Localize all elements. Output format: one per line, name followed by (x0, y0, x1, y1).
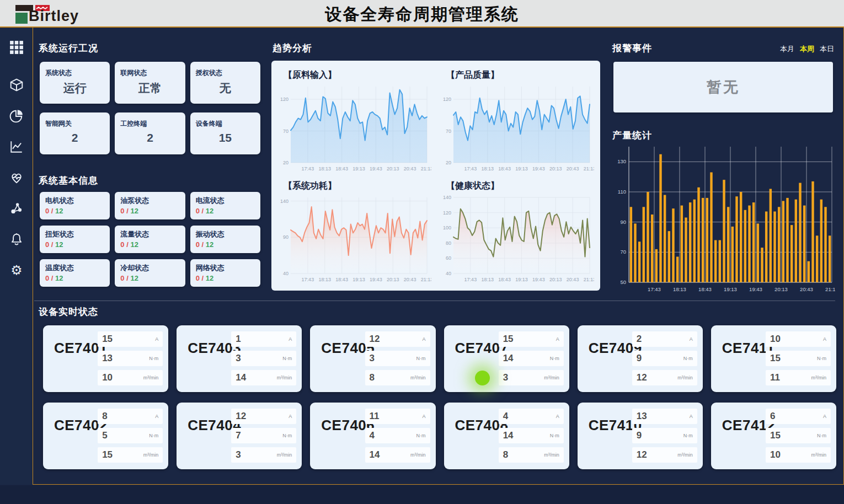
device-metrics: 6A15N·m10m³/min (766, 409, 831, 467)
total-count: 12 (130, 240, 138, 249)
metric-strip: 4N·m (365, 428, 430, 443)
svg-text:20:43: 20:43 (567, 277, 579, 282)
running-status-card: 智能网关2 (40, 112, 110, 154)
alarm-count: 0 / (120, 207, 130, 215)
metric-value: 7 (236, 430, 241, 441)
metric-unit: N·m (550, 433, 559, 438)
svg-text:17:43: 17:43 (464, 166, 477, 171)
info-card-value: 0 / 12 (196, 207, 260, 215)
metric-value: 14 (503, 430, 514, 441)
sidebar-icon-cube[interactable] (8, 77, 25, 93)
device-metrics: 1A3N·m14m³/min (231, 331, 296, 389)
metric-strip: 13N·m (98, 351, 163, 366)
svg-text:50: 50 (620, 279, 626, 285)
svg-text:20:13: 20:13 (549, 166, 562, 171)
svg-text:18:13: 18:13 (318, 166, 331, 171)
svg-text:20:13: 20:13 (549, 277, 562, 282)
svg-text:21:13: 21:13 (584, 166, 594, 171)
device-card[interactable]: CE74031A3N·m14m³/min (177, 325, 302, 392)
svg-text:130: 130 (617, 158, 626, 164)
metric-unit: A (556, 414, 559, 419)
svg-text:18:13: 18:13 (318, 277, 331, 282)
trend-chart-title: 【健康状态】 (446, 180, 596, 192)
device-card[interactable]: CE740512A3N·m8m³/min (310, 325, 435, 392)
alarm-tab-本日[interactable]: 本日 (820, 44, 834, 54)
metric-value: 12 (637, 372, 647, 383)
basic-info-card: 电机状态0 / 12 (40, 192, 110, 219)
sidebar-icon-pie-chart[interactable] (8, 108, 25, 124)
status-card-value: 2 (40, 131, 110, 144)
svg-text:20:13: 20:13 (387, 166, 399, 171)
alarm-tab-本月[interactable]: 本月 (780, 44, 794, 54)
section-title-production: 产量统计 (612, 129, 652, 142)
device-card[interactable]: CE741110A15N·m11m³/min (711, 325, 836, 392)
svg-text:⚙: ⚙ (10, 263, 22, 277)
device-metrics: 12A7N·m3m³/min (231, 409, 296, 467)
basic-info-grid: 电机状态0 / 12油泵状态0 / 12电流状态0 / 12扭矩状态0 / 12… (40, 192, 260, 287)
metric-value: 13 (102, 353, 113, 364)
metric-value: 10 (770, 449, 781, 460)
device-card[interactable]: CE741013A9N·m12m³/min (578, 403, 703, 469)
metric-strip: 14N·m (499, 428, 564, 443)
metric-value: 8 (503, 449, 508, 460)
metric-strip: 14m³/min (231, 370, 296, 385)
section-title-basic: 系统基本信息 (39, 174, 98, 187)
svg-text:120: 120 (280, 96, 289, 102)
basic-info-card: 扭矩状态0 / 12 (40, 226, 110, 253)
page-title: 设备全寿命周期管理系统 (0, 3, 844, 26)
svg-text:17:43: 17:43 (302, 277, 314, 282)
app-root: Birtley 设备全寿命周期管理系统 ⚙ 系统运行工况 系统状态运行联网状态正… (0, 0, 844, 504)
svg-text:19:13: 19:13 (352, 166, 365, 171)
section-title-devices: 设备实时状态 (39, 305, 98, 318)
info-card-label: 网络状态 (196, 263, 260, 273)
alarm-count: 0 / (45, 207, 55, 215)
running-status-card: 设备终端15 (190, 112, 260, 154)
alarm-count: 0 / (45, 274, 55, 282)
sidebar-icon-bell[interactable] (8, 232, 25, 247)
sidebar-icon-health[interactable] (8, 170, 25, 185)
device-card[interactable]: CE740115A13N·m10m³/min (43, 325, 168, 392)
trend-chart-product-quality: 【产品质量】207012017:4318:1318:4319:1319:4320… (439, 66, 596, 177)
info-card-label: 冷却状态 (120, 263, 185, 273)
sidebar-icon-apps[interactable] (8, 40, 25, 55)
device-card[interactable]: CE740412A7N·m3m³/min (177, 403, 302, 469)
device-card[interactable]: CE740715A14N·m3m³/min (444, 325, 569, 392)
svg-text:70: 70 (620, 249, 626, 255)
sidebar-icon-topology[interactable] (8, 201, 25, 216)
basic-info-card: 振动状态0 / 12 (190, 226, 260, 253)
svg-text:110: 110 (618, 189, 626, 195)
metric-strip: 10A (766, 331, 831, 347)
metric-strip: 11A (365, 409, 430, 424)
device-card[interactable]: CE74092A9N·m12m³/min (578, 325, 703, 392)
svg-text:20:13: 20:13 (774, 286, 788, 292)
device-card[interactable]: CE74084A14N·m8m³/min (444, 403, 569, 469)
metric-value: 6 (770, 411, 775, 422)
alarm-count: 0 / (196, 274, 206, 282)
sidebar-icon-trend[interactable] (8, 139, 25, 154)
svg-text:40: 40 (446, 271, 451, 276)
metric-unit: N·m (683, 356, 693, 361)
metric-value: 14 (503, 353, 514, 364)
metric-unit: m³/min (544, 375, 559, 380)
sidebar-icon-settings[interactable]: ⚙ (8, 262, 25, 278)
svg-text:17:43: 17:43 (464, 277, 477, 282)
device-card[interactable]: CE74028A5N·m15m³/min (43, 403, 168, 469)
metric-unit: N·m (550, 356, 559, 361)
metric-unit: m³/min (410, 375, 426, 380)
metric-unit: N·m (817, 433, 826, 438)
metric-value: 15 (102, 334, 113, 345)
alarm-tab-本周[interactable]: 本周 (800, 44, 814, 54)
svg-text:20:13: 20:13 (387, 277, 399, 282)
device-card[interactable]: CE74126A15N·m10m³/min (711, 403, 836, 469)
alarm-empty-text: 暂无 (707, 77, 740, 97)
svg-text:18:13: 18:13 (481, 166, 494, 171)
metric-unit: N·m (683, 433, 693, 438)
svg-text:17:43: 17:43 (302, 166, 314, 171)
trend-chart-raw-input: 【原料输入】207012017:4318:1318:4319:1319:4320… (276, 66, 433, 177)
device-card[interactable]: CE740611A4N·m14m³/min (310, 403, 435, 469)
metric-strip: 10m³/min (766, 447, 831, 463)
metric-value: 14 (370, 449, 380, 460)
metric-strip: 12m³/min (632, 370, 697, 385)
running-status-card: 授权状态无 (190, 62, 260, 104)
footer-bar (0, 485, 844, 504)
